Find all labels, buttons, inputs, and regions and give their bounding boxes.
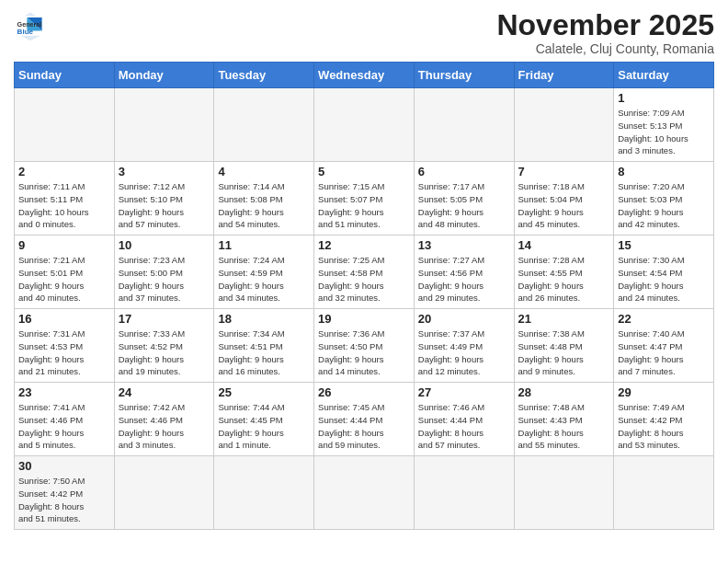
weekday-header-thursday: Thursday (414, 63, 514, 88)
day-number: 21 (518, 312, 610, 326)
day-number: 22 (618, 312, 710, 326)
calendar-cell: 18Sunrise: 7:34 AM Sunset: 4:51 PM Dayli… (214, 309, 314, 383)
day-number: 5 (318, 165, 410, 178)
day-info: Sunrise: 7:14 AM Sunset: 5:08 PM Dayligh… (218, 180, 310, 231)
page: General Blue November 2025 Calatele, Clu… (0, 0, 728, 539)
day-info: Sunrise: 7:25 AM Sunset: 4:58 PM Dayligh… (318, 254, 410, 304)
weekday-header-wednesday: Wednesday (314, 63, 415, 88)
calendar-cell: 2Sunrise: 7:11 AM Sunset: 5:11 PM Daylig… (15, 162, 115, 236)
day-number: 11 (218, 238, 310, 252)
day-info: Sunrise: 7:36 AM Sunset: 4:50 PM Dayligh… (318, 327, 410, 378)
day-info: Sunrise: 7:30 AM Sunset: 4:54 PM Dayligh… (618, 254, 710, 304)
calendar-cell: 19Sunrise: 7:36 AM Sunset: 4:50 PM Dayli… (314, 309, 415, 383)
title-block: November 2025 Calatele, Cluj County, Rom… (496, 9, 714, 56)
month-title: November 2025 (496, 9, 714, 41)
day-number: 20 (418, 312, 510, 326)
day-number: 12 (318, 238, 410, 252)
day-number: 26 (318, 385, 410, 399)
day-number: 8 (618, 165, 710, 178)
calendar-cell: 23Sunrise: 7:41 AM Sunset: 4:46 PM Dayli… (15, 383, 115, 456)
day-info: Sunrise: 7:17 AM Sunset: 5:05 PM Dayligh… (418, 180, 510, 231)
calendar-cell: 14Sunrise: 7:28 AM Sunset: 4:55 PM Dayli… (514, 236, 614, 309)
week-row-2: 2Sunrise: 7:11 AM Sunset: 5:11 PM Daylig… (15, 162, 714, 236)
calendar-cell: 3Sunrise: 7:12 AM Sunset: 5:10 PM Daylig… (114, 162, 214, 236)
calendar-cell (214, 88, 314, 162)
header: General Blue November 2025 Calatele, Clu… (14, 9, 714, 56)
week-row-6: 30Sunrise: 7:50 AM Sunset: 4:42 PM Dayli… (15, 456, 714, 530)
calendar-cell (114, 456, 214, 530)
day-info: Sunrise: 7:21 AM Sunset: 5:01 PM Dayligh… (18, 254, 110, 304)
day-number: 27 (418, 385, 510, 399)
calendar-cell (414, 456, 514, 530)
day-number: 23 (18, 385, 110, 399)
weekday-header-saturday: Saturday (614, 63, 714, 88)
day-number: 10 (119, 238, 210, 252)
day-number: 16 (18, 312, 110, 326)
day-info: Sunrise: 7:45 AM Sunset: 4:44 PM Dayligh… (318, 401, 410, 452)
day-number: 15 (618, 238, 710, 252)
day-info: Sunrise: 7:31 AM Sunset: 4:53 PM Dayligh… (18, 327, 110, 378)
weekday-header-sunday: Sunday (15, 63, 115, 88)
calendar-cell: 25Sunrise: 7:44 AM Sunset: 4:45 PM Dayli… (214, 383, 314, 456)
calendar-cell: 22Sunrise: 7:40 AM Sunset: 4:47 PM Dayli… (614, 309, 714, 383)
day-number: 29 (618, 385, 710, 399)
day-number: 18 (218, 312, 310, 326)
day-info: Sunrise: 7:50 AM Sunset: 4:42 PM Dayligh… (18, 475, 110, 525)
calendar: SundayMondayTuesdayWednesdayThursdayFrid… (14, 62, 714, 530)
day-info: Sunrise: 7:48 AM Sunset: 4:43 PM Dayligh… (518, 401, 610, 452)
day-number: 4 (218, 165, 310, 178)
week-row-5: 23Sunrise: 7:41 AM Sunset: 4:46 PM Dayli… (15, 383, 714, 456)
day-info: Sunrise: 7:18 AM Sunset: 5:04 PM Dayligh… (518, 180, 610, 231)
calendar-cell: 28Sunrise: 7:48 AM Sunset: 4:43 PM Dayli… (514, 383, 614, 456)
day-info: Sunrise: 7:28 AM Sunset: 4:55 PM Dayligh… (518, 254, 610, 304)
day-info: Sunrise: 7:41 AM Sunset: 4:46 PM Dayligh… (18, 401, 110, 452)
day-number: 7 (518, 165, 610, 178)
day-info: Sunrise: 7:42 AM Sunset: 4:46 PM Dayligh… (119, 401, 210, 452)
weekday-header-monday: Monday (114, 63, 214, 88)
calendar-cell: 15Sunrise: 7:30 AM Sunset: 4:54 PM Dayli… (614, 236, 714, 309)
calendar-cell: 6Sunrise: 7:17 AM Sunset: 5:05 PM Daylig… (414, 162, 514, 236)
calendar-cell: 5Sunrise: 7:15 AM Sunset: 5:07 PM Daylig… (314, 162, 415, 236)
week-row-4: 16Sunrise: 7:31 AM Sunset: 4:53 PM Dayli… (15, 309, 714, 383)
day-number: 28 (518, 385, 610, 399)
calendar-cell (15, 88, 115, 162)
day-info: Sunrise: 7:24 AM Sunset: 4:59 PM Dayligh… (218, 254, 310, 304)
weekday-header-tuesday: Tuesday (214, 63, 314, 88)
day-number: 13 (418, 238, 510, 252)
calendar-cell: 17Sunrise: 7:33 AM Sunset: 4:52 PM Dayli… (114, 309, 214, 383)
calendar-cell: 1Sunrise: 7:09 AM Sunset: 5:13 PM Daylig… (614, 88, 714, 162)
logo-icon: General Blue (14, 9, 47, 42)
day-info: Sunrise: 7:44 AM Sunset: 4:45 PM Dayligh… (218, 401, 310, 452)
calendar-cell: 12Sunrise: 7:25 AM Sunset: 4:58 PM Dayli… (314, 236, 415, 309)
day-number: 14 (518, 238, 610, 252)
calendar-cell: 21Sunrise: 7:38 AM Sunset: 4:48 PM Dayli… (514, 309, 614, 383)
weekday-header-row: SundayMondayTuesdayWednesdayThursdayFrid… (15, 63, 714, 88)
calendar-cell (314, 88, 415, 162)
day-number: 25 (218, 385, 310, 399)
day-info: Sunrise: 7:46 AM Sunset: 4:44 PM Dayligh… (418, 401, 510, 452)
calendar-cell: 30Sunrise: 7:50 AM Sunset: 4:42 PM Dayli… (15, 456, 115, 530)
day-number: 2 (18, 165, 110, 178)
calendar-cell (414, 88, 514, 162)
day-number: 19 (318, 312, 410, 326)
day-info: Sunrise: 7:40 AM Sunset: 4:47 PM Dayligh… (618, 327, 710, 378)
day-info: Sunrise: 7:49 AM Sunset: 4:42 PM Dayligh… (618, 401, 710, 452)
day-number: 3 (119, 165, 210, 178)
calendar-cell (614, 456, 714, 530)
day-number: 6 (418, 165, 510, 178)
calendar-cell (214, 456, 314, 530)
calendar-cell (114, 88, 214, 162)
calendar-cell (514, 88, 614, 162)
calendar-cell: 24Sunrise: 7:42 AM Sunset: 4:46 PM Dayli… (114, 383, 214, 456)
calendar-cell: 4Sunrise: 7:14 AM Sunset: 5:08 PM Daylig… (214, 162, 314, 236)
weekday-header-friday: Friday (514, 63, 614, 88)
day-info: Sunrise: 7:20 AM Sunset: 5:03 PM Dayligh… (618, 180, 710, 231)
week-row-1: 1Sunrise: 7:09 AM Sunset: 5:13 PM Daylig… (15, 88, 714, 162)
calendar-cell: 26Sunrise: 7:45 AM Sunset: 4:44 PM Dayli… (314, 383, 415, 456)
logo: General Blue (14, 9, 51, 42)
day-number: 24 (119, 385, 210, 399)
subtitle: Calatele, Cluj County, Romania (496, 41, 714, 56)
day-info: Sunrise: 7:27 AM Sunset: 4:56 PM Dayligh… (418, 254, 510, 304)
day-info: Sunrise: 7:33 AM Sunset: 4:52 PM Dayligh… (119, 327, 210, 378)
calendar-cell: 11Sunrise: 7:24 AM Sunset: 4:59 PM Dayli… (214, 236, 314, 309)
